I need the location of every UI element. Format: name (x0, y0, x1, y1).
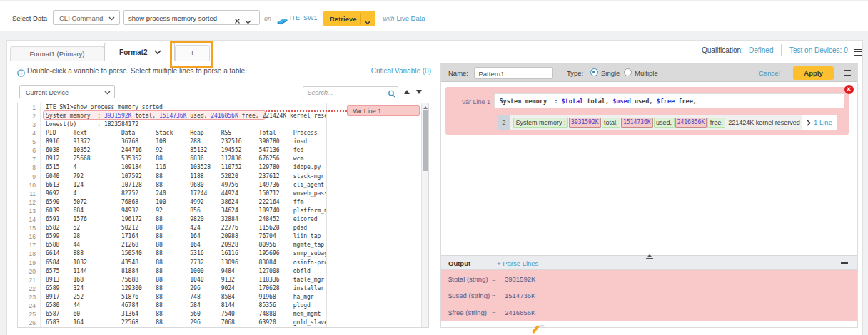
chevron-down-icon[interactable] (364, 16, 371, 29)
chevron-down-icon[interactable] (245, 15, 251, 28)
line-number: 6 (18, 146, 36, 155)
code-line[interactable]: 86515 4 109184 116 103528 110752 129780 … (18, 163, 421, 172)
line-number: 23 (18, 293, 36, 302)
collapse-handle-icon[interactable] (646, 254, 653, 259)
chevron-right-icon (807, 116, 811, 129)
line-number: 2 (18, 112, 36, 120)
captured-value-chip: 3931592K (569, 118, 601, 128)
test-on-devices-link[interactable]: Test on Devices: 0 (789, 46, 848, 54)
matched-line-content: System memory :3931592Ktotal,1514736Kuse… (510, 115, 802, 130)
equals-sign: = (492, 292, 496, 299)
code-line[interactable]: 156582 52 50212 88 424 22776 115628 pdsd (18, 224, 421, 232)
code-line[interactable]: 66038 10352 244716 92 85132 194552 54713… (18, 146, 421, 155)
scroll-up-icon[interactable] (423, 106, 428, 109)
code-line[interactable]: 166599 28 17164 88 164 20988 76704 liin_… (18, 232, 421, 241)
menu-icon[interactable] (844, 70, 851, 76)
code-line[interactable]: 186614 888 150540 88 5316 16116 195696 s… (18, 249, 421, 258)
code-text: 6614 888 150540 88 5316 16116 195696 snm… (46, 249, 326, 258)
code-line[interactable]: 136039 684 94932 92 856 34624 189740 pla… (18, 207, 421, 215)
connector-line (473, 123, 499, 124)
code-text: 8913 168 75688 88 1040 9132 118336 table… (46, 276, 326, 284)
device-name-link[interactable]: ITE_SW1 (290, 14, 318, 21)
command-value: show process memory sorted (128, 14, 217, 22)
code-line[interactable]: 206575 1144 81884 88 1000 9484 127008 ob… (18, 267, 421, 276)
menu-icon[interactable] (854, 49, 862, 56)
data-type-select[interactable]: CLI Command (53, 10, 120, 25)
code-line[interactable]: 58916 91372 36768 108 288 232516 390780 … (18, 138, 421, 146)
chevron-down-icon[interactable] (154, 49, 160, 55)
code-line[interactable]: 256587 60 31364 88 560 7540 74880 mem_mg… (18, 310, 421, 319)
line-number: 22 (18, 284, 36, 293)
tab-format1[interactable]: Format1 (Primary) (10, 46, 104, 61)
single-label: Single (601, 69, 620, 77)
pattern-input[interactable]: System memory : $total total, $used used… (494, 93, 844, 108)
code-line[interactable]: 78912 25668 535352 88 6836 112836 676256… (18, 155, 421, 163)
device-icon (277, 15, 288, 28)
qualification-value-link[interactable]: Defined (749, 46, 773, 54)
tab-format1-label: Format1 (Primary) (11, 47, 104, 61)
multiple-label: Multiple (635, 69, 658, 77)
code-text: 6589 324 129300 88 296 9024 170628 insta… (46, 284, 326, 293)
apply-button[interactable]: Apply (793, 66, 834, 81)
previous-match-icon[interactable] (404, 90, 410, 94)
radio-single[interactable] (590, 68, 598, 76)
output-label: Output (448, 259, 470, 267)
line-number: 7 (18, 155, 36, 163)
code-text: 6588 44 21268 88 164 20928 80956 mgmte_t… (46, 241, 326, 249)
line-number: 21 (18, 276, 36, 284)
code-line[interactable]: 238917 252 51876 88 748 8584 91968 ha_mg… (18, 293, 421, 302)
scrollbar-thumb[interactable] (423, 110, 428, 171)
code-line[interactable]: 106613 124 107128 88 9680 49756 149736 c… (18, 181, 421, 190)
radio-multiple[interactable] (624, 68, 632, 76)
code-line[interactable]: 226589 324 129300 88 296 9024 170628 ins… (18, 284, 421, 293)
line-number: 14 (18, 215, 36, 224)
code-text: 8916 91372 36768 108 288 232516 390780 i… (46, 138, 326, 146)
code-text: 6591 1576 196172 88 9820 32884 248452 ei… (46, 215, 326, 224)
parse-lines-link[interactable]: + Parse Lines (497, 259, 538, 267)
code-line[interactable]: 119692 4 82752 240 17244 44924 150712 wn… (18, 190, 421, 198)
code-text: 6590 5072 76868 100 4992 38624 222164 ff… (46, 198, 326, 207)
minimize-icon[interactable] (841, 262, 848, 264)
tab-format2[interactable]: Format2 (104, 43, 175, 61)
device-scope-value: Current Device (26, 89, 69, 96)
next-match-icon[interactable] (416, 90, 422, 94)
code-line[interactable]: 218913 168 75688 88 1040 9132 118336 tab… (18, 276, 421, 284)
code-line[interactable]: 4PID Text Data Stack Heap RSS Total Proc… (18, 129, 421, 138)
code-text: 6587 60 31364 88 560 7540 74880 mem_mgmt (46, 310, 326, 319)
device-scope-select[interactable]: Current Device (19, 85, 115, 98)
code-text: 6515 4 109184 116 103528 110752 129780 i… (46, 163, 326, 172)
code-line[interactable]: 246580 44 46784 88 584 8144 85356 plogd (18, 302, 421, 310)
code-text: 6039 684 94932 92 856 34624 189740 platf… (46, 207, 326, 215)
code-line[interactable]: 176588 44 21268 88 164 20928 80956 mgmte… (18, 241, 421, 249)
cancel-button[interactable]: Cancel (759, 69, 780, 77)
equals-sign: = (492, 275, 496, 283)
code-line[interactable]: 126590 5072 76868 100 4992 38624 222164 … (18, 198, 421, 207)
variable-value: 1514736K (505, 292, 535, 299)
code-text: 6575 1144 81884 88 1000 9484 127008 obfl… (46, 267, 326, 276)
critical-variable-link[interactable]: Critical Variable (0) (328, 67, 431, 75)
code-line[interactable]: 96040 792 107592 88 1188 52020 237612 st… (18, 172, 421, 181)
code-line[interactable]: 196584 1032 43548 88 2732 13096 83084 os… (18, 259, 421, 267)
code-line[interactable]: 3Lowest(b) : 1823584172 (18, 120, 421, 129)
search-input[interactable]: Search... (303, 86, 398, 98)
chevron-down-icon (108, 16, 114, 21)
matched-text-chip: free, (707, 118, 725, 128)
line-number: 13 (18, 207, 36, 215)
matched-line-number: 2 (498, 115, 510, 130)
line-number: 16 (18, 232, 36, 241)
expand-lines-button[interactable]: 1 Line (802, 115, 837, 130)
live-data-link[interactable]: Live Data (397, 14, 425, 22)
matched-text-chip: System memory : (513, 118, 568, 128)
var-line-label: Var Line 1 (460, 98, 490, 105)
code-line[interactable]: 266583 164 22568 88 296 7068 63920 gold_… (18, 319, 421, 327)
code-line[interactable]: 146591 1576 196172 88 9820 32884 248452 … (18, 215, 421, 224)
name-label: Name: (448, 69, 468, 77)
pattern-name-input[interactable]: Pattern1 (474, 67, 553, 80)
apply-label: Apply (793, 66, 834, 80)
clear-icon[interactable] (234, 14, 241, 27)
variable-name: $used (string) (448, 292, 490, 299)
command-input[interactable]: show process memory sorted (123, 10, 260, 25)
retrieve-button[interactable]: Retrieve (323, 11, 375, 26)
var-line-tag[interactable]: Var Line 1 (347, 105, 420, 116)
close-icon[interactable]: ✕ (844, 85, 854, 94)
